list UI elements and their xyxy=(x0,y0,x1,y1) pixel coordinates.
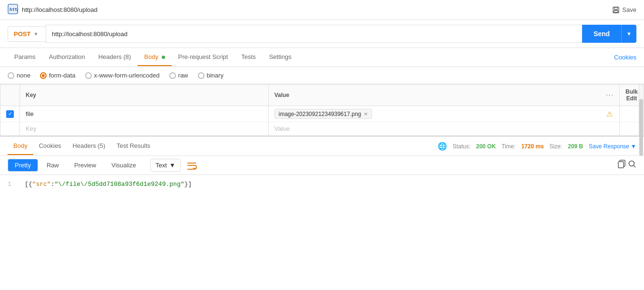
row-checkbox[interactable]: ✓ xyxy=(6,110,14,118)
scrollbar-thumb[interactable] xyxy=(639,99,643,156)
col-actions-header: ··· xyxy=(600,85,620,106)
radio-binary[interactable]: binary xyxy=(198,72,224,79)
response-tabs: Body Cookies Headers (5) Test Results 🌐 … xyxy=(0,137,644,156)
body-options: none form-data x-www-form-urlencoded raw… xyxy=(0,67,644,84)
svg-point-10 xyxy=(629,161,634,166)
form-data-table: Key Value ··· Bulk Edit ✓ file image- xyxy=(0,85,644,135)
wrap-lines-icon xyxy=(186,161,197,170)
globe-icon: 🌐 xyxy=(438,142,447,151)
request-tabs: Params Authorization Headers (8) Body Pr… xyxy=(0,48,644,67)
radio-form-data-circle xyxy=(40,72,47,79)
svg-rect-3 xyxy=(615,7,617,10)
wrap-button[interactable] xyxy=(186,161,197,170)
response-status-area: 🌐 Status: 200 OK Time: 1720 ms Size: 209… xyxy=(438,142,636,151)
search-icon xyxy=(628,160,636,168)
body-active-dot xyxy=(162,56,165,59)
scrollbar-track xyxy=(639,85,644,135)
radio-urlencoded-circle xyxy=(85,72,92,79)
http-icon: http xyxy=(8,4,18,16)
method-label: POST xyxy=(14,30,30,38)
response-body-code: 1 [{"src":"\/file\/5d5dd7108a93f6d1e9249… xyxy=(0,175,644,193)
text-format-dropdown[interactable]: Text ▼ xyxy=(150,159,181,172)
col-key-header: Key xyxy=(20,85,269,106)
table-row: ✓ file image-20230921234939617.png × ⚠ xyxy=(0,106,644,122)
radio-none-circle xyxy=(8,72,14,79)
empty-key-cell[interactable]: Key xyxy=(20,122,269,135)
top-bar-url: http://localhost:8080/upload xyxy=(22,6,612,13)
cookies-link[interactable]: Cookies xyxy=(614,54,636,61)
empty-actions-cell xyxy=(600,122,620,135)
save-button[interactable]: Save xyxy=(612,6,636,14)
tab-authorization[interactable]: Authorization xyxy=(42,48,92,66)
row-key-value[interactable]: file xyxy=(26,110,34,117)
radio-none[interactable]: none xyxy=(8,72,30,79)
save-response-button[interactable]: Save Response ▼ xyxy=(589,143,636,150)
tab-params[interactable]: Params xyxy=(8,48,42,66)
row-actions-cell: ⚠ xyxy=(600,106,620,122)
send-btn-group: Send ▼ xyxy=(582,25,636,43)
radio-raw-circle xyxy=(169,72,176,79)
empty-value-cell[interactable]: Value xyxy=(268,122,600,135)
response-toolbar: Pretty Raw Preview Visualize Text ▼ xyxy=(0,156,644,175)
format-raw-button[interactable]: Raw xyxy=(40,159,66,171)
tab-pre-request[interactable]: Pre-request Script xyxy=(172,48,235,66)
save-icon xyxy=(612,6,620,14)
radio-x-www-form-urlencoded[interactable]: x-www-form-urlencoded xyxy=(85,72,160,79)
send-button[interactable]: Send xyxy=(582,25,621,43)
col-value-header: Value xyxy=(268,85,600,106)
url-bar: POST ▼ Send ▼ xyxy=(0,20,644,48)
row-value-cell: image-20230921234939617.png × xyxy=(268,106,600,122)
svg-line-11 xyxy=(634,165,635,167)
table-row-empty: Key Value xyxy=(0,122,644,135)
format-visualize-button[interactable]: Visualize xyxy=(105,159,143,171)
tab-headers[interactable]: Headers (8) xyxy=(92,48,138,66)
copy-icon xyxy=(617,160,626,168)
empty-key-placeholder: Key xyxy=(26,125,36,132)
form-data-table-wrapper: Key Value ··· Bulk Edit ✓ file image- xyxy=(0,84,644,136)
url-input[interactable] xyxy=(46,25,582,43)
top-bar: http http://localhost:8080/upload Save xyxy=(0,0,644,20)
format-pretty-button[interactable]: Pretty xyxy=(8,159,38,172)
search-button[interactable] xyxy=(628,160,636,171)
line-number-1: 1 xyxy=(8,181,17,188)
radio-raw[interactable]: raw xyxy=(169,72,188,79)
send-dropdown-button[interactable]: ▼ xyxy=(621,25,636,43)
tab-body[interactable]: Body xyxy=(137,48,171,66)
response-tab-test-results[interactable]: Test Results xyxy=(111,137,156,155)
response-tab-body[interactable]: Body xyxy=(8,137,33,155)
svg-rect-4 xyxy=(614,10,618,12)
bulk-actions-menu[interactable]: ··· xyxy=(606,91,614,99)
response-section: Body Cookies Headers (5) Test Results 🌐 … xyxy=(0,136,644,193)
file-tag: image-20230921234939617.png × xyxy=(274,109,372,119)
response-tab-cookies[interactable]: Cookies xyxy=(33,137,67,155)
tab-tests[interactable]: Tests xyxy=(234,48,262,66)
text-format-chevron-icon: ▼ xyxy=(169,162,176,169)
row-key-cell: file xyxy=(20,106,269,122)
response-tab-headers[interactable]: Headers (5) xyxy=(67,137,111,155)
empty-value-placeholder: Value xyxy=(274,125,290,132)
tab-settings[interactable]: Settings xyxy=(263,48,298,66)
method-dropdown[interactable]: POST ▼ xyxy=(8,26,46,42)
radio-binary-circle xyxy=(198,72,205,79)
method-chevron-icon: ▼ xyxy=(33,31,38,37)
warning-icon: ⚠ xyxy=(606,110,613,118)
file-name: image-20230921234939617.png xyxy=(279,111,361,117)
svg-text:http: http xyxy=(10,7,18,12)
radio-form-data[interactable]: form-data xyxy=(40,72,76,79)
code-line-1[interactable]: [{"src":"\/file\/5d5dd7108a93f6d1e9249.p… xyxy=(25,181,192,188)
format-preview-button[interactable]: Preview xyxy=(68,159,103,171)
copy-button[interactable] xyxy=(617,160,626,171)
svg-rect-9 xyxy=(618,162,624,168)
file-remove-button[interactable]: × xyxy=(364,110,368,117)
